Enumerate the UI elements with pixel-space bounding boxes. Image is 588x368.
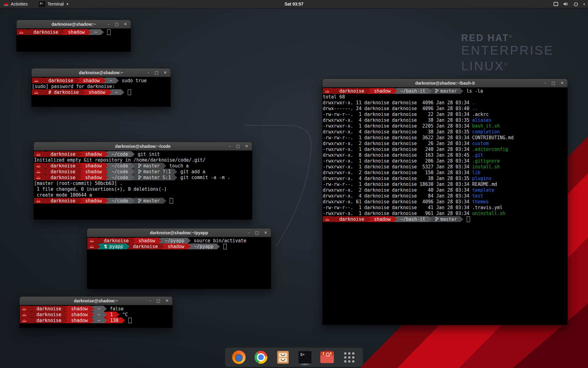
maximize-button[interactable]: □ bbox=[155, 71, 158, 75]
close-button[interactable]: ✕ bbox=[264, 231, 267, 235]
prompt-segment-path: ~/code bbox=[108, 198, 131, 204]
app-menu-label: Terminal bbox=[47, 2, 64, 6]
powerline-separator bbox=[105, 163, 108, 169]
prompt-segment-user: darknoise bbox=[33, 312, 65, 317]
minimize-button[interactable]: – bbox=[248, 231, 250, 235]
terminal-content[interactable]: darknoiseshadow~ bbox=[17, 29, 131, 52]
window-titlebar[interactable]: darknoise@shadow:~/pyapp – □ ✕ bbox=[87, 228, 271, 237]
minimize-button[interactable]: – bbox=[147, 71, 149, 75]
window-titlebar[interactable]: darknoise@shadow:~ – □ ✕ bbox=[17, 20, 131, 29]
powerline-separator bbox=[44, 169, 47, 174]
output-text: -rwxrwxr-x. 1 darknoise darknoise 206 Ja… bbox=[323, 158, 472, 164]
prompt-segment-user: darknoise bbox=[47, 169, 79, 174]
powerline-separator bbox=[161, 244, 164, 249]
git-branch-icon bbox=[435, 89, 439, 93]
prompt-segment-user: darknoise bbox=[47, 198, 79, 204]
chevron-down-icon: ▾ bbox=[583, 2, 585, 6]
maximize-button[interactable]: □ bbox=[552, 81, 555, 85]
close-button[interactable]: ✕ bbox=[560, 81, 564, 85]
activities-button[interactable]: Activities bbox=[0, 0, 31, 8]
minimize-button[interactable]: – bbox=[229, 144, 231, 148]
minimize-button[interactable]: – bbox=[149, 299, 151, 303]
window-title: darknoise@shadow:~/code bbox=[115, 144, 171, 149]
powerline-separator bbox=[77, 78, 80, 83]
dock-toolbox-button[interactable] bbox=[320, 350, 334, 364]
logo-linux: LINUX bbox=[461, 59, 504, 73]
red-hat-icon bbox=[22, 307, 27, 310]
terminal-line: darknoiseshadow~/bash-itmasterls -la bbox=[323, 88, 567, 94]
powerline-separator bbox=[104, 312, 107, 317]
maximize-button[interactable]: □ bbox=[255, 231, 259, 235]
close-button[interactable]: ✕ bbox=[164, 71, 167, 75]
prompt-segment-branch: master bbox=[432, 216, 460, 222]
powerline-separator bbox=[101, 29, 104, 35]
powerline-separator bbox=[109, 90, 112, 95]
dock-firefox-button[interactable] bbox=[232, 350, 246, 364]
window-titlebar[interactable]: darknoise@shadow:~/bash-it – □ ✕ bbox=[322, 79, 567, 87]
terminal-content[interactable]: darknoiseshadow~/codegit initInitialized… bbox=[34, 151, 252, 220]
app-menu-terminal[interactable]: $> Terminal ▼ bbox=[36, 0, 72, 8]
registered-mark: ® bbox=[509, 34, 513, 39]
terminal-line: -rw-rw-r--. 1 darknoise darknoise 22 Jan… bbox=[323, 111, 567, 117]
close-button[interactable]: ✕ bbox=[124, 22, 127, 26]
prompt-segment-host: shadow bbox=[85, 89, 108, 95]
window-title: darknoise@shadow:~/pyapp bbox=[150, 230, 208, 235]
prompt-segment-host: shadow bbox=[68, 306, 91, 312]
directory-name: . bbox=[472, 100, 475, 105]
registered-mark: ® bbox=[504, 62, 508, 67]
power-icon bbox=[573, 1, 579, 7]
output-text: drwxrwxr-x. 61 darknoise darknoise 4096 … bbox=[323, 199, 472, 205]
terminal-content[interactable]: darknoiseshadow~/pyappsource bin/activat… bbox=[87, 237, 271, 289]
terminal-line: -rwxrwxr-x. 1 darknoise darknoise 206 Ja… bbox=[323, 158, 567, 164]
clock[interactable]: Sat 03:57 bbox=[0, 2, 588, 6]
terminal-content[interactable]: darknoiseshadow~sudo true[sudo] password… bbox=[32, 77, 171, 107]
powerline-separator bbox=[65, 318, 68, 323]
terminal-cursor bbox=[223, 244, 227, 249]
terminal-line: darknoiseshadow~/codemaster ?:1git add a bbox=[34, 169, 252, 174]
window-titlebar[interactable]: darknoise@shadow:~ – □ ✕ bbox=[32, 68, 171, 77]
window-titlebar[interactable]: darknoise@shadow:~ – □ ✕ bbox=[20, 297, 172, 305]
terminal-line: darknoiseshadow~130 bbox=[20, 317, 172, 323]
output-text: drwxrwxr-x. 4 darknoise darknoise 38 Jan… bbox=[323, 176, 472, 181]
powerline-separator bbox=[132, 163, 135, 169]
volume-icon bbox=[563, 1, 569, 7]
prompt-segment-path: ~/pyapp bbox=[191, 243, 217, 249]
maximize-button[interactable]: □ bbox=[115, 22, 119, 26]
command-text: ^C bbox=[119, 312, 128, 317]
executable-name: install.sh bbox=[472, 164, 500, 170]
dock-terminal-button[interactable]: $> bbox=[298, 350, 312, 364]
powerline-separator bbox=[44, 198, 47, 204]
dock-files-button[interactable] bbox=[276, 350, 290, 364]
terminal-content[interactable]: darknoiseshadow~falsedarknoiseshadow~1^C… bbox=[20, 305, 172, 328]
output-text: drwxrwxr-x. 2 darknoise darknoise 150 Ja… bbox=[323, 170, 472, 175]
terminal-content[interactable]: darknoiseshadow~/bash-itmasterls -latota… bbox=[322, 87, 567, 325]
powerline-separator bbox=[116, 312, 119, 317]
close-button[interactable]: ✕ bbox=[245, 144, 248, 148]
red-hat-icon bbox=[89, 239, 94, 242]
prompt-segment-host: shadow bbox=[82, 151, 105, 157]
executable-name: uninstall.sh bbox=[472, 211, 505, 216]
prompt-segment-user: darknoise bbox=[47, 163, 79, 169]
terminal-line: -rwxrwxr-x. 1 darknoise darknoise 5327 J… bbox=[323, 164, 567, 170]
dock-chrome-button[interactable] bbox=[254, 350, 268, 364]
python-venv-icon bbox=[104, 245, 107, 248]
prompt-segment-hat bbox=[87, 243, 97, 249]
powerline-separator bbox=[65, 306, 68, 312]
maximize-button[interactable]: □ bbox=[156, 299, 160, 303]
close-button[interactable]: ✕ bbox=[165, 299, 169, 303]
command-text: git init bbox=[135, 151, 160, 157]
terminal-line: drwxrwxr-x. 2 darknoise darknoise 150 Ja… bbox=[323, 170, 567, 175]
dock-app-grid-button[interactable] bbox=[342, 350, 356, 364]
logo-enterprise: ENTERPRISE bbox=[461, 43, 554, 57]
minimize-button[interactable]: – bbox=[544, 81, 546, 85]
prompt-segment-host: shadow bbox=[371, 216, 394, 222]
window-titlebar[interactable]: darknoise@shadow:~/code – □ ✕ bbox=[34, 142, 252, 151]
prompt-segment-user: darknoise bbox=[47, 174, 79, 180]
maximize-button[interactable]: □ bbox=[236, 144, 240, 148]
system-status-area[interactable]: ▾ bbox=[553, 0, 585, 8]
terminal-line: darknoiseshadow~/codemastertouch a bbox=[34, 163, 252, 169]
terminal-cursor bbox=[128, 318, 132, 323]
output-text: CONTRIBUTING.md bbox=[472, 135, 514, 140]
minimize-button[interactable]: – bbox=[107, 22, 110, 26]
terminal-line: darknoiseshadow~/codemaster bbox=[34, 198, 252, 204]
